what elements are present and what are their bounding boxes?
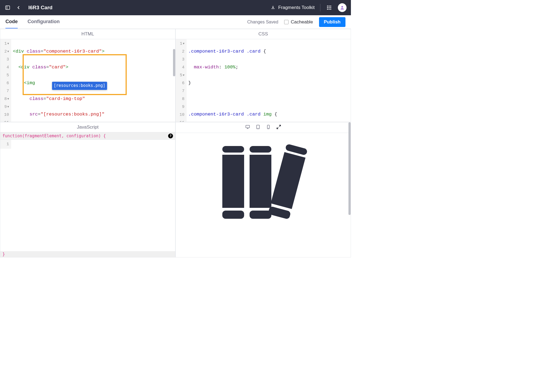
- svg-rect-3: [329, 6, 329, 7]
- scrollbar[interactable]: [348, 133, 351, 215]
- svg-point-11: [341, 6, 343, 8]
- svg-rect-22: [222, 155, 244, 208]
- js-footer: }: [0, 251, 175, 257]
- expand-icon[interactable]: [276, 124, 281, 130]
- preview-body: [176, 133, 351, 257]
- svg-rect-23: [222, 211, 244, 219]
- help-icon[interactable]: ?: [168, 133, 173, 138]
- page-title: I6R3 Card: [28, 5, 53, 11]
- css-pane-header: CSS: [176, 29, 351, 39]
- css-code[interactable]: .component-i6r3-card .card { max-width: …: [187, 39, 279, 122]
- fragments-toolkit-button[interactable]: Fragments Toolkit: [271, 5, 315, 10]
- svg-rect-10: [330, 9, 331, 10]
- svg-rect-4: [330, 6, 331, 7]
- html-gutter: 1▼ 2▼ 3 4 5 6 7 8▼ 9▼ 10 11 12: [0, 39, 11, 122]
- publish-button[interactable]: Publish: [319, 17, 345, 27]
- svg-rect-21: [222, 146, 244, 153]
- svg-point-16: [258, 128, 258, 128]
- subbar: Code Configuration Changes Saved Cacheab…: [0, 15, 351, 29]
- divider: [320, 4, 320, 11]
- js-gutter: 1: [0, 140, 11, 149]
- svg-rect-8: [327, 9, 328, 10]
- back-icon[interactable]: [15, 4, 22, 11]
- css-editor[interactable]: 1▼ 2 3 4 5▼ 6 7 8 9 10 11 .component-i6r…: [176, 39, 351, 122]
- svg-rect-7: [330, 7, 331, 8]
- topbar: I6R3 Card Fragments Toolkit: [0, 0, 351, 15]
- tablet-icon[interactable]: [256, 124, 260, 130]
- svg-rect-24: [250, 146, 271, 153]
- books-preview-image: [217, 141, 310, 223]
- html-pane-header: HTML: [0, 29, 175, 39]
- panel-toggle-icon[interactable]: [4, 4, 11, 11]
- svg-rect-25: [250, 155, 271, 208]
- tabs: Code Configuration: [5, 16, 60, 29]
- css-gutter: 1▼ 2 3 4 5▼ 6 7 8 9 10 11: [176, 39, 187, 122]
- autocomplete-hint[interactable]: [resources:books.png]: [52, 82, 107, 90]
- svg-rect-5: [327, 7, 328, 8]
- javascript-pane: JavaScript function(fragmentElement, con…: [0, 122, 175, 257]
- js-editor[interactable]: 1: [0, 140, 175, 257]
- html-pane: HTML 1▼ 2▼ 3 4 5 6 7 8▼ 9▼ 10 11 12: [0, 29, 175, 122]
- checkbox-icon: [284, 20, 289, 24]
- svg-rect-12: [246, 125, 250, 128]
- preview-pane: [175, 122, 351, 257]
- css-pane: CSS 1▼ 2 3 4 5▼ 6 7 8 9 10 11 .component…: [175, 29, 351, 122]
- svg-rect-6: [329, 7, 329, 8]
- save-status: Changes Saved: [247, 20, 278, 25]
- user-avatar[interactable]: [338, 3, 347, 12]
- svg-rect-26: [250, 211, 271, 219]
- scrollbar[interactable]: [173, 49, 175, 76]
- js-signature: function(fragmentElement, configuration)…: [0, 132, 175, 140]
- js-code[interactable]: [11, 140, 14, 149]
- preview-toolbar: [176, 122, 351, 133]
- html-editor[interactable]: 1▼ 2▼ 3 4 5 6 7 8▼ 9▼ 10 11 12 <div clas…: [0, 39, 175, 122]
- svg-rect-9: [329, 9, 329, 10]
- cacheable-label: Cacheable: [291, 19, 313, 25]
- cacheable-checkbox[interactable]: Cacheable: [284, 19, 313, 25]
- svg-rect-29: [268, 206, 291, 220]
- toolkit-label: Fragments Toolkit: [278, 5, 315, 10]
- mobile-icon[interactable]: [266, 124, 271, 130]
- svg-rect-0: [6, 6, 10, 9]
- svg-rect-28: [271, 152, 306, 209]
- svg-rect-2: [327, 6, 328, 7]
- svg-point-18: [268, 128, 269, 128]
- js-pane-header: JavaScript: [0, 122, 175, 132]
- apps-grid-icon[interactable]: [326, 4, 332, 11]
- desktop-icon[interactable]: [245, 124, 250, 130]
- html-code[interactable]: <div class="component-i6r3-card"> <div c…: [11, 39, 131, 122]
- tab-configuration[interactable]: Configuration: [28, 19, 60, 29]
- tab-code[interactable]: Code: [5, 19, 18, 29]
